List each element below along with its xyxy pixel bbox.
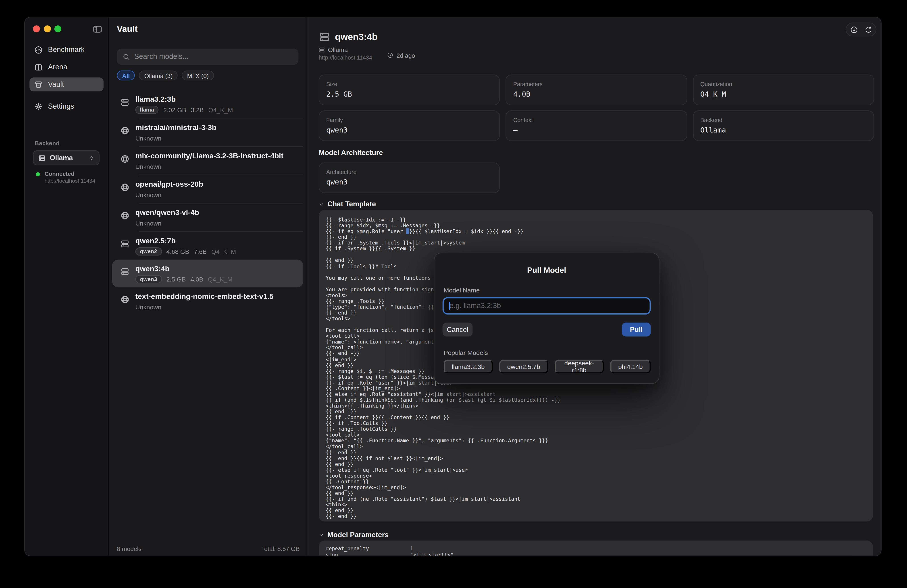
window-controls <box>33 26 61 32</box>
sidebar-toggle-icon[interactable] <box>93 24 103 34</box>
card-value: – <box>513 126 679 134</box>
dialog-title: Pull Model <box>434 266 659 275</box>
model-row[interactable]: mistralai/ministral-3-3bUnknown <box>112 118 303 146</box>
code-line: {{- if .ToolCalls }} <box>325 420 866 426</box>
sidebar-item-label: Benchmark <box>48 46 85 54</box>
screen: BenchmarkArenaVaultSettings Backend Olla… <box>0 0 907 588</box>
close-button[interactable] <box>33 26 40 32</box>
popular-model-llama3-2-3b[interactable]: llama3.2:3b <box>444 360 493 374</box>
popular-model-qwen2-5-7b[interactable]: qwen2.5:7b <box>499 360 548 374</box>
globe-icon <box>120 211 130 220</box>
model-name: mlx-community/Llama-3.2-3B-Instruct-4bit <box>135 151 283 160</box>
pull-button[interactable]: Pull <box>622 323 651 336</box>
refresh-icon[interactable] <box>864 26 872 33</box>
search-icon <box>123 53 130 61</box>
sidebar-item-vault[interactable]: Vault <box>29 77 104 91</box>
card-label: Parameters <box>513 81 679 88</box>
code-line: {{ .Content }}<|im_end|> <box>325 385 866 391</box>
globe-icon <box>120 154 130 163</box>
sidebar-item-label: Vault <box>48 80 64 88</box>
model-name: llama3.2:3b <box>135 94 233 104</box>
code-line: </tool_response><|im_end|> <box>325 484 866 490</box>
model-name-input[interactable] <box>442 297 651 315</box>
parameter-row: repeat_penalty1 <box>325 546 866 552</box>
code-line: {{- if eq $msg.Role "user" }}{{ $lastUse… <box>325 228 866 234</box>
code-line: {{- end }} <box>325 234 866 240</box>
card-label: Family <box>326 117 492 123</box>
section-model-architecture: Model Architecture <box>319 149 383 157</box>
code-line: {{- end }} <box>325 513 866 519</box>
card-label: Architecture <box>326 169 492 175</box>
clock-icon <box>387 52 394 58</box>
text-cursor <box>406 228 409 234</box>
model-meta: Unknown <box>135 190 203 198</box>
code-line: {{ else if eq .Role "assistant" }}<|im_s… <box>325 391 866 397</box>
server-icon <box>38 154 46 162</box>
model-parameters-box: repeat_penalty1stop"<|im_start|>" <box>319 540 873 555</box>
search-input[interactable] <box>134 53 293 61</box>
sidebar-item-arena[interactable]: Arena <box>29 58 104 76</box>
filter-mlx-0-[interactable]: MLX (0) <box>182 70 214 80</box>
popular-model-phi4-14b[interactable]: phi4:14b <box>610 360 651 374</box>
chevron-up-down-icon <box>88 155 95 161</box>
card-label: Context <box>513 117 679 123</box>
detail-header: qwen3:4b Ollama http://localhost:11434 2… <box>319 31 415 61</box>
model-row[interactable]: qwen3:4bqwen32.5 GB4.0BQ4_K_M <box>112 260 303 287</box>
code-line: <tool_response> <box>325 473 866 478</box>
model-row[interactable]: openai/gpt-oss-20bUnknown <box>112 175 303 203</box>
source-url: http://localhost:11434 <box>319 54 372 61</box>
popular-model-deepseek-r1-8b[interactable]: deepseek-r1:8b <box>554 360 604 374</box>
chevron-down-icon <box>319 201 324 206</box>
backend-select[interactable]: Ollama <box>33 150 99 165</box>
filter-ollama-3-[interactable]: Ollama (3) <box>139 70 178 80</box>
architecture-card: Architecture qwen3 <box>319 162 500 193</box>
code-line: {{- if and (ne .Role "assistant") $last … <box>325 496 866 502</box>
cancel-button[interactable]: Cancel <box>442 323 473 336</box>
code-line: {"name": "{{ .Function.Name }}", "argume… <box>325 438 866 444</box>
header-actions <box>846 22 876 36</box>
code-line: {{ end }} <box>325 461 866 467</box>
card-value: qwen3 <box>326 178 492 186</box>
minimize-button[interactable] <box>44 26 51 32</box>
model-size: 2.5 GB <box>166 275 186 283</box>
gauge-icon <box>34 45 43 54</box>
family-tag: qwen2 <box>135 247 162 255</box>
code-line: <think>{{ .Thinking }}</think> <box>325 403 866 409</box>
model-row[interactable]: qwen2.5:7bqwen24.68 GB7.6BQ4_K_M <box>112 232 303 259</box>
filter-all[interactable]: All <box>117 70 135 80</box>
model-params: 7.6B <box>194 247 207 255</box>
sidebar-item-benchmark[interactable]: Benchmark <box>29 41 104 58</box>
updated-time: 2d ago <box>397 52 415 59</box>
model-quant: Q4_K_M <box>208 105 233 113</box>
section-model-parameters[interactable]: Model Parameters <box>319 530 389 539</box>
gear-icon <box>34 102 43 111</box>
card-value: Ollama <box>700 126 867 134</box>
code-line: {{- end }}{{ if not $last }}<|im_end|> <box>325 455 866 461</box>
code-line: {{ if .System }}{{ .System }} <box>325 246 866 252</box>
model-row[interactable]: mlx-community/Llama-3.2-3B-Instruct-4bit… <box>112 147 303 174</box>
server-icon <box>319 46 325 53</box>
backend-label: Backend <box>35 140 100 146</box>
connection-status-label: Connected <box>45 171 95 177</box>
nav-sidebar: BenchmarkArenaVaultSettings Backend Olla… <box>25 18 109 556</box>
code-line: {{- $lastUserIdx := -1 -}} <box>325 217 866 223</box>
model-source-unknown: Unknown <box>135 162 161 170</box>
sidebar-item-settings[interactable]: Settings <box>29 98 104 115</box>
download-icon[interactable] <box>850 26 858 33</box>
section-chat-template[interactable]: Chat Template <box>319 200 376 208</box>
zoom-button[interactable] <box>54 26 61 32</box>
model-params: 3.2B <box>191 105 204 113</box>
parameter-row: stop"<|im_start|>" <box>325 552 866 556</box>
model-meta: Unknown <box>135 219 199 227</box>
popular-models: llama3.2:3bqwen2.5:7bdeepseek-r1:8bphi4:… <box>444 360 651 374</box>
sidebar-item-label: Arena <box>48 63 67 71</box>
parameter-value: 1 <box>410 546 866 552</box>
model-row[interactable]: text-embedding-nomic-embed-text-v1.5Unkn… <box>112 287 303 315</box>
nav-items: BenchmarkArenaVaultSettings <box>29 41 104 115</box>
model-name-label: Model Name <box>444 287 480 294</box>
connection-status: Connected http://localhost:11434 <box>33 171 100 184</box>
info-cards: Size2.5 GBParameters4.0BQuantizationQ4_K… <box>319 75 874 141</box>
model-row[interactable]: qwen/qwen3-vl-4bUnknown <box>112 203 303 231</box>
backend-value: Ollama <box>50 154 85 162</box>
model-row[interactable]: llama3.2:3bllama2.02 GB3.2BQ4_K_M <box>112 90 303 118</box>
